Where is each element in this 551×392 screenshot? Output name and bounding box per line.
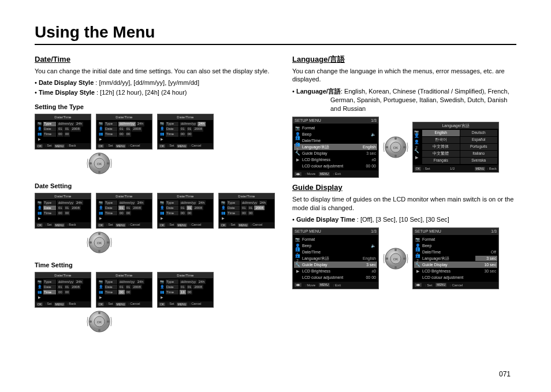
lcd-row-type: 📷 Type dd/mm/yy24h xyxy=(36,200,90,206)
menu-row-icon: 🔧 xyxy=(294,151,301,156)
lcd-cell: 2008 xyxy=(132,285,142,289)
lcd-cell: 00 xyxy=(241,211,247,215)
lcd-row-time: 👥 Time 0000 xyxy=(98,290,151,295)
menu-row-label: Guide Display xyxy=(302,262,354,267)
lcd-row-values: 01012008 xyxy=(118,206,151,210)
lcd-row-label: Date xyxy=(105,206,117,210)
lcd-row-date: 👤 Date 01012008 xyxy=(98,126,151,132)
lcd-screen: Date/Time 📷 Type dd/mm/yy24h 👤 Date 0101… xyxy=(157,193,214,229)
lcd-cell: dd/mm/yy xyxy=(180,279,197,284)
lcd-title: Date/Time xyxy=(35,114,91,120)
setup-menu-title: SETUP MENU1/3 xyxy=(293,117,378,124)
lcd-footer: OK: Set MENU: Cancel xyxy=(158,143,213,149)
lcd-row-icon: 📷 xyxy=(98,279,103,284)
lcd-row-label: Date xyxy=(105,127,117,132)
time-setting-row: Date/Time 📷 Type dd/mm/yy24h 👤 Date 0101… xyxy=(35,272,275,308)
menu-row-label: Date/Time xyxy=(422,249,474,255)
lcd-row-icon: 👥 xyxy=(36,290,42,294)
lcd-cell: 00 xyxy=(248,211,254,215)
menu-badge: MENU xyxy=(54,144,65,148)
ok-badge: OK xyxy=(36,223,43,227)
lcd-row-label: Date xyxy=(166,285,178,289)
lcd-row-label: Time xyxy=(43,132,56,137)
menu-row-value: ±0 xyxy=(355,157,377,162)
menu-row-label: Format xyxy=(302,237,354,242)
lcd-row-icon: 📷 xyxy=(98,121,103,126)
lcd-cell: 24h xyxy=(75,279,83,284)
lcd-cell: 2008 xyxy=(70,127,80,132)
set-label: : Set xyxy=(229,223,235,227)
language-screen: Language/言語 📷👤1👤2🔧▶ EnglishDeutsch한국어Esp… xyxy=(412,122,499,173)
lcd-row-type: 📷 Type dd/mm/yy24h xyxy=(98,200,151,206)
lcd-row-values: 0000 xyxy=(118,132,151,137)
page-title: Using the Menu xyxy=(35,23,516,42)
lcd-cell: 2008 xyxy=(193,285,203,289)
lcd-row-type: 📷 Type dd/mm/yy24h xyxy=(36,279,90,285)
lcd-row-label: Date xyxy=(43,127,56,132)
menu-row-icon: 📷 xyxy=(294,125,301,130)
lcd-screen: Date/Time 📷 Type dd/mm/yy24h 👤 Date 0101… xyxy=(35,272,91,308)
lcd-row-date: 👤 Date 01012008 xyxy=(36,285,90,290)
language-bul-values: : English, Korean, Chinese (Traditional … xyxy=(330,88,509,112)
menu-row-label: LCD colour adjustment xyxy=(302,275,354,280)
dial-type: OK xyxy=(87,151,112,176)
time-style-bullet: • Time Display Style : [12h] (12 hour), … xyxy=(35,88,275,97)
lcd-cell: 00 xyxy=(57,132,64,137)
lcd-cell: dd/mm/yy xyxy=(118,200,136,205)
set-label: : Set xyxy=(167,144,174,148)
svg-point-34 xyxy=(403,257,405,260)
menu-row: 📷 Format xyxy=(414,236,497,242)
lcd-cell: 01 xyxy=(241,206,247,210)
lcd-row-blank: ▶ xyxy=(159,295,212,300)
control-dial-icon: OK xyxy=(383,246,408,271)
guide-options-footer: ◀▶: Set MENU: Cancel xyxy=(413,282,498,289)
language-option: Français xyxy=(422,158,460,164)
set-label: : Set xyxy=(45,223,51,227)
menu-row: ▶ LCD Brightness ±0 xyxy=(294,268,377,274)
nav-badge: ◀▶ xyxy=(415,283,422,287)
lcd-row-icon: 📷 xyxy=(98,200,103,205)
lcd-row-icon: 👥 xyxy=(36,211,42,215)
lcd-cell: 01 xyxy=(57,127,64,132)
lcd-cell: 00 xyxy=(187,290,193,294)
lcd-row-label: Type xyxy=(105,279,117,284)
lcd-row-icon: 👥 xyxy=(98,132,103,136)
lcd-cell: dd/mm/yy xyxy=(180,122,197,126)
svg-point-13 xyxy=(107,241,109,244)
lcd-footer: OK: Set MENU: Cancel xyxy=(158,301,213,307)
lcd-title: Date/Time xyxy=(35,193,91,199)
lcd-cell: 01 xyxy=(180,285,186,289)
lcd-screen: Date/Time 📷 Type dd/mm/yy24h 👤 Date 0101… xyxy=(35,193,91,229)
lcd-screen: Date/Time 📷 Type dd/mm/yy24h 👤 Date 0101… xyxy=(96,114,152,150)
menu-row-label: LCD colour adjustment xyxy=(422,275,474,280)
guide-option: Off xyxy=(475,249,497,255)
lcd-footer: OK: Set MENU: Back xyxy=(35,301,91,307)
lcd-cell: 24h xyxy=(198,279,206,284)
setting-type-row: Date/Time 📷 Type dd/mm/yy24h 👤 Date 0101… xyxy=(35,114,275,150)
lcd-cell: 00 xyxy=(180,132,186,137)
menu-row-icon: ▶ xyxy=(294,157,301,162)
svg-point-26 xyxy=(386,146,388,148)
dial-guide: OK xyxy=(382,246,409,271)
lcd-title: Date/Time xyxy=(158,193,213,199)
lcd-cell: dd/mm/yy xyxy=(180,200,197,205)
language-option: Español xyxy=(460,137,498,143)
lcd-footer: OK: Set MENU: Back xyxy=(35,143,91,149)
lcd-row-values: dd/mm/yy24h xyxy=(180,122,212,126)
lcd-row-icon: 👥 xyxy=(98,290,103,294)
svg-point-18 xyxy=(98,329,100,331)
ok-badge: OK xyxy=(220,223,226,227)
menu-row-label: Beep xyxy=(422,243,474,248)
back-label: : Cancel xyxy=(189,144,201,148)
lcd-row-values: 0000 xyxy=(57,132,90,137)
ok-badge: OK xyxy=(36,144,43,148)
menu-badge: MENU xyxy=(116,303,126,307)
menu-row-icon: ▶ xyxy=(414,268,421,274)
datetime-intro: You can change the initial date and time… xyxy=(35,67,275,76)
lcd-cell: 00 xyxy=(125,132,132,137)
svg-point-4 xyxy=(98,171,100,173)
language-screen-title: Language/言語 xyxy=(413,122,498,129)
dial-time: OK xyxy=(87,309,112,334)
menu-badge: MENU xyxy=(177,223,188,227)
menu-row-value: 🔈 xyxy=(355,243,377,248)
